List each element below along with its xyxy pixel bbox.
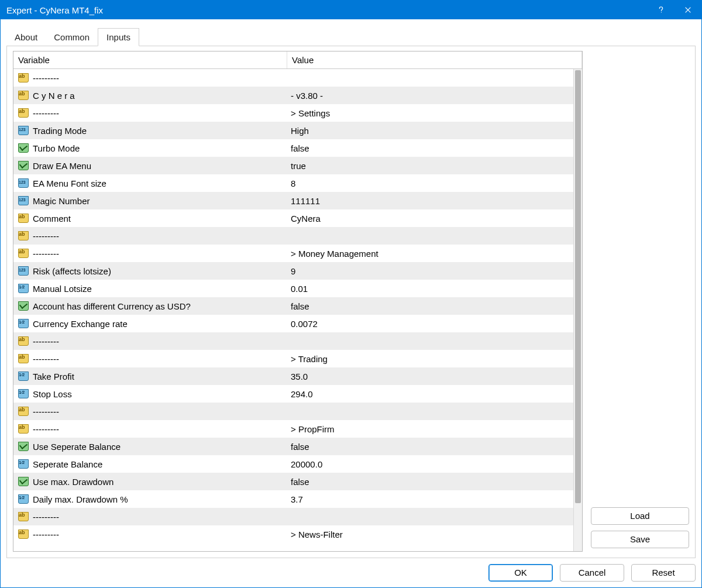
variable-cell: Take Profit	[13, 370, 287, 382]
variable-name: ---------	[33, 231, 59, 241]
variable-name: ---------	[33, 354, 59, 364]
table-row[interactable]: Use max. Drawdownfalse	[13, 473, 573, 490]
double-type-icon	[17, 458, 30, 470]
table-row[interactable]: --------- > Trading	[13, 350, 573, 367]
side-buttons: Load Save	[591, 51, 689, 552]
value-cell[interactable]: > Settings	[287, 108, 573, 118]
table-row[interactable]: Seperate Balance20000.0	[13, 455, 573, 473]
dialog-window: Expert - CyNera MT4_fix About Common Inp…	[0, 0, 702, 588]
table-row[interactable]: Trading ModeHigh	[13, 122, 573, 139]
table-row[interactable]: --------- > Money Management	[13, 245, 573, 262]
load-button[interactable]: Load	[591, 507, 689, 525]
variable-name: Turbo Mode	[33, 143, 80, 153]
variable-cell: ---------	[13, 230, 287, 242]
value-cell[interactable]: 20000.0	[287, 459, 573, 469]
value-cell[interactable]: 3.7	[287, 494, 573, 504]
table-rows: --------- C y N e r a- v3.80 - ---------…	[13, 69, 582, 551]
variable-name: Use Seperate Balance	[33, 442, 121, 452]
table-row[interactable]: Draw EA Menutrue	[13, 157, 573, 174]
ok-button[interactable]: OK	[488, 564, 553, 582]
variable-name: ---------	[33, 407, 59, 417]
variable-name: Take Profit	[33, 372, 74, 381]
variable-name: EA Menu Font size	[33, 178, 106, 188]
value-cell[interactable]: 0.0072	[287, 319, 573, 329]
table-row[interactable]: ---------	[13, 332, 573, 350]
table-row[interactable]: CommentCyNera	[13, 209, 573, 227]
value-cell[interactable]: true	[287, 161, 573, 171]
variable-cell: Use max. Drawdown	[13, 476, 287, 487]
variable-cell: ---------	[13, 107, 287, 119]
table-header: Variable Value	[13, 51, 582, 69]
double-type-icon	[17, 370, 30, 382]
table-row[interactable]: --------- > PropFirm	[13, 420, 573, 438]
table-row[interactable]: ---------	[13, 69, 573, 87]
tab-common[interactable]: Common	[46, 29, 98, 46]
value-cell[interactable]: 35.0	[287, 372, 573, 381]
variable-cell: Account has different Currency as USD?	[13, 300, 287, 312]
value-cell[interactable]: > News-Filter	[287, 529, 573, 539]
header-variable[interactable]: Variable	[13, 51, 287, 68]
value-cell[interactable]: 294.0	[287, 389, 573, 399]
variable-name: Use max. Drawdown	[33, 477, 113, 487]
cancel-button[interactable]: Cancel	[560, 564, 624, 582]
variable-cell: ---------	[13, 528, 287, 540]
integer-type-icon	[17, 125, 30, 136]
table-row[interactable]: Turbo Modefalse	[13, 139, 573, 157]
string-type-icon	[17, 212, 30, 224]
variable-cell: ---------	[13, 335, 287, 347]
variable-cell: Daily max. Drawdown %	[13, 493, 287, 505]
value-cell[interactable]: false	[287, 477, 573, 487]
table-row[interactable]: ---------	[13, 508, 573, 525]
vertical-scrollbar[interactable]	[573, 69, 582, 551]
double-type-icon	[17, 318, 30, 329]
tab-inputs[interactable]: Inputs	[98, 28, 139, 46]
value-cell[interactable]: > PropFirm	[287, 424, 573, 434]
tab-about[interactable]: About	[6, 29, 46, 46]
help-button[interactable]	[648, 1, 675, 19]
table-row[interactable]: Manual Lotsize0.01	[13, 280, 573, 297]
table-row[interactable]: ---------	[13, 227, 573, 245]
table-row[interactable]: Account has different Currency as USD?fa…	[13, 297, 573, 315]
table-row[interactable]: Currency Exchange rate0.0072	[13, 315, 573, 332]
reset-button[interactable]: Reset	[631, 564, 696, 582]
boolean-type-icon	[17, 300, 30, 312]
value-cell[interactable]: 0.01	[287, 284, 573, 294]
table-row[interactable]: Use Seperate Balancefalse	[13, 438, 573, 455]
variable-name: Trading Mode	[33, 126, 87, 136]
value-cell[interactable]: > Trading	[287, 354, 573, 364]
variable-name: Seperate Balance	[33, 459, 102, 469]
table-row[interactable]: Magic Number111111	[13, 192, 573, 209]
table-row[interactable]: --------- > Settings	[13, 104, 573, 122]
table-row[interactable]: Stop Loss294.0	[13, 385, 573, 403]
variable-cell: Seperate Balance	[13, 458, 287, 470]
value-cell[interactable]: false	[287, 301, 573, 311]
value-cell[interactable]: - v3.80 -	[287, 91, 573, 101]
variable-cell: ---------	[13, 72, 287, 84]
table-row[interactable]: ---------	[13, 403, 573, 420]
value-cell[interactable]: 111111	[287, 196, 573, 206]
table-row[interactable]: Take Profit35.0	[13, 367, 573, 385]
variable-name: Manual Lotsize	[33, 284, 92, 294]
variable-name: ---------	[33, 249, 59, 259]
double-type-icon	[17, 493, 30, 505]
value-cell[interactable]: 9	[287, 266, 573, 276]
value-cell[interactable]: false	[287, 442, 573, 452]
table-row[interactable]: Daily max. Drawdown %3.7	[13, 490, 573, 508]
table-row[interactable]: EA Menu Font size8	[13, 174, 573, 192]
value-cell[interactable]: High	[287, 126, 573, 136]
value-cell[interactable]: 8	[287, 178, 573, 188]
table-row[interactable]: Risk (affects lotsize)9	[13, 262, 573, 280]
scrollbar-thumb[interactable]	[575, 70, 581, 503]
variable-cell: ---------	[13, 511, 287, 522]
save-button[interactable]: Save	[591, 531, 689, 548]
close-button[interactable]	[675, 1, 701, 19]
variable-cell: Trading Mode	[13, 125, 287, 136]
value-cell[interactable]: > Money Management	[287, 249, 573, 259]
header-value[interactable]: Value	[287, 51, 582, 68]
variable-name: Stop Loss	[33, 389, 72, 399]
table-row[interactable]: C y N e r a- v3.80 -	[13, 87, 573, 104]
table-row[interactable]: --------- > News-Filter	[13, 525, 573, 543]
value-cell[interactable]: CyNera	[287, 214, 573, 223]
variable-name: ---------	[33, 529, 59, 539]
value-cell[interactable]: false	[287, 143, 573, 153]
